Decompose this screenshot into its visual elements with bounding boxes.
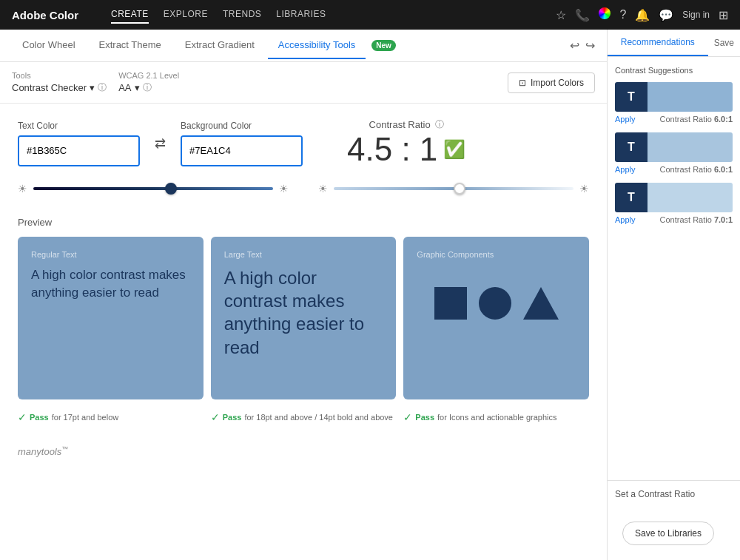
pass-text-graphic: Pass bbox=[415, 413, 434, 422]
large-text-content: A high color contrast makes anything eas… bbox=[224, 266, 383, 359]
color-inputs-area: Text Color ⇄ Background Color bbox=[0, 104, 607, 183]
wcag-help-icon[interactable]: ⓘ bbox=[143, 81, 152, 94]
sug3-bg-part bbox=[648, 183, 733, 212]
bg-color-label: Background Color bbox=[181, 121, 303, 131]
text-color-slider[interactable] bbox=[33, 187, 273, 190]
shape-triangle-icon bbox=[523, 287, 559, 320]
undo-button[interactable]: ↩ bbox=[570, 38, 579, 53]
contrast-val-3: 7.0:1 bbox=[714, 215, 733, 224]
graphic-shapes bbox=[417, 266, 576, 340]
text-color-label: Text Color bbox=[18, 121, 140, 131]
pass-text-large: Pass bbox=[223, 413, 242, 422]
recommendations-tab[interactable]: Recommendations bbox=[608, 30, 708, 56]
apply-btn-2[interactable]: Apply bbox=[615, 165, 636, 174]
pass-badge-graphic: ✓ Pass for Icons and actionable graphics bbox=[403, 411, 589, 423]
text-color-input[interactable] bbox=[19, 137, 140, 165]
help-icon[interactable]: ? bbox=[619, 8, 626, 21]
apply-row-3: Apply Contrast Ratio 7.0:1 bbox=[615, 215, 733, 224]
nav-libraries[interactable]: LIBRARIES bbox=[276, 6, 326, 24]
save-to-libraries-button[interactable]: Save to Libraries bbox=[622, 522, 714, 545]
nav-trends[interactable]: TRENDS bbox=[223, 6, 261, 24]
right-panel: Recommendations Save Contrast Suggestion… bbox=[607, 30, 740, 560]
contrast-info-2: Contrast Ratio 6.0:1 bbox=[660, 165, 733, 174]
import-icon: ⊡ bbox=[519, 78, 526, 88]
brightness-low-icon: ☀ bbox=[18, 183, 27, 195]
suggestion-row-1: T bbox=[615, 82, 733, 112]
pass-badge-regular: ✓ Pass for 17pt and below bbox=[18, 411, 204, 423]
text-color-input-wrapper bbox=[18, 135, 140, 166]
redo-button[interactable]: ↪ bbox=[585, 38, 595, 53]
tab-accessibility-tools[interactable]: Accessibility Tools bbox=[268, 32, 366, 59]
star-icon[interactable]: ☆ bbox=[556, 8, 566, 22]
wcag-chevron-icon: ▾ bbox=[135, 82, 140, 93]
suggestion-row-2: T bbox=[615, 132, 733, 162]
main-container: Color Wheel Extract Theme Extract Gradie… bbox=[0, 30, 740, 560]
suggestion-2: T Apply Contrast Ratio 6.0:1 bbox=[615, 132, 733, 174]
apply-btn-3[interactable]: Apply bbox=[615, 215, 636, 224]
color-wheel-icon[interactable] bbox=[599, 7, 610, 22]
contrast-prefix-3: Contrast Ratio bbox=[660, 215, 714, 224]
preview-cards: Regular Text A high color contrast makes… bbox=[18, 237, 589, 399]
pass-check-large: ✓ bbox=[211, 411, 220, 423]
sug3-text-part: T bbox=[615, 183, 648, 212]
watermark-text: manytools bbox=[18, 446, 61, 457]
save-button[interactable]: Save bbox=[708, 30, 740, 55]
notification-icon[interactable]: 🔔 bbox=[635, 8, 650, 22]
panel-header: Recommendations Save bbox=[608, 30, 740, 57]
nav-right-icons: ☆ 📞 ? 🔔 💬 Sign in ⊞ bbox=[556, 7, 728, 22]
large-text-card: Large Text A high color contrast makes a… bbox=[211, 237, 397, 399]
contrast-info-3: Contrast Ratio 7.0:1 bbox=[660, 215, 733, 224]
save-libraries-container: Save to Libraries bbox=[608, 507, 740, 560]
text-color-group: Text Color bbox=[18, 121, 140, 166]
tab-bar: Color Wheel Extract Theme Extract Gradie… bbox=[0, 30, 607, 62]
contrast-label-text: Contrast Ratio bbox=[369, 119, 431, 130]
text-slider-thumb[interactable] bbox=[165, 183, 177, 195]
signin-button[interactable]: Sign in bbox=[682, 10, 710, 20]
sug2-bg-part bbox=[648, 132, 733, 162]
contrast-help-icon[interactable]: ⓘ bbox=[435, 118, 444, 131]
regular-text-type-label: Regular Text bbox=[31, 250, 190, 259]
nav-links: CREATE EXPLORE TRENDS LIBRARIES bbox=[111, 6, 326, 24]
bg-color-input[interactable] bbox=[182, 137, 303, 165]
brightness-high-icon: ☀ bbox=[279, 183, 289, 195]
tools-bar: Tools Contrast Checker ▾ ⓘ WCAG 2.1 Leve… bbox=[0, 62, 607, 104]
bg-color-slider-group: ☀ ☀ bbox=[318, 183, 589, 195]
wcag-select[interactable]: AA ▾ ⓘ bbox=[118, 81, 179, 94]
phone-icon[interactable]: 📞 bbox=[575, 8, 590, 22]
contrast-ratio-value: 4.5 : 1 ✅ bbox=[347, 131, 465, 168]
set-contrast-text[interactable]: Set a Contrast Ratio bbox=[615, 489, 695, 499]
content-area: Color Wheel Extract Theme Extract Gradie… bbox=[0, 30, 607, 560]
tab-extract-theme[interactable]: Extract Theme bbox=[89, 32, 172, 59]
regular-text-card: Regular Text A high color contrast makes… bbox=[18, 237, 204, 399]
tool-selector: Tools Contrast Checker ▾ ⓘ bbox=[12, 71, 107, 94]
suggestion-row-3: T bbox=[615, 183, 733, 212]
tool-help-icon[interactable]: ⓘ bbox=[98, 81, 107, 94]
tab-color-wheel[interactable]: Color Wheel bbox=[12, 32, 86, 59]
shape-circle-icon bbox=[479, 287, 511, 320]
large-text-type-label: Large Text bbox=[224, 250, 383, 259]
regular-text-content: A high color contrast makes anything eas… bbox=[31, 266, 190, 302]
set-contrast-section: Set a Contrast Ratio bbox=[608, 480, 740, 507]
chat-icon[interactable]: 💬 bbox=[659, 8, 673, 22]
swap-colors-icon[interactable]: ⇄ bbox=[155, 135, 166, 152]
apps-icon[interactable]: ⊞ bbox=[719, 8, 728, 22]
pass-check-graphic: ✓ bbox=[403, 411, 412, 423]
apply-row-1: Apply Contrast Ratio 6.0:1 bbox=[615, 115, 733, 124]
wcag-section: WCAG 2.1 Level AA ▾ ⓘ bbox=[118, 71, 179, 94]
contrast-val-2: 6.0:1 bbox=[714, 165, 733, 174]
bg-slider-thumb[interactable] bbox=[454, 183, 465, 195]
sug2-text-part: T bbox=[615, 132, 648, 162]
tool-select-dropdown[interactable]: Contrast Checker ▾ ⓘ bbox=[12, 81, 107, 94]
tab-extract-gradient[interactable]: Extract Gradient bbox=[175, 32, 265, 59]
bg-color-slider[interactable] bbox=[334, 187, 574, 190]
pass-text-regular: Pass bbox=[30, 413, 49, 422]
import-colors-button[interactable]: ⊡ Import Colors bbox=[508, 72, 595, 93]
apply-btn-1[interactable]: Apply bbox=[615, 115, 636, 124]
nav-explore[interactable]: EXPLORE bbox=[164, 6, 208, 24]
nav-create[interactable]: CREATE bbox=[111, 6, 149, 24]
sliders-area: ☀ ☀ ☀ ☀ bbox=[0, 183, 607, 209]
pass-desc-graphic: for Icons and actionable graphics bbox=[437, 413, 556, 422]
sug1-bg-part bbox=[648, 82, 733, 112]
pass-badge-large: ✓ Pass for 18pt and above / 14pt bold an… bbox=[211, 411, 397, 423]
pass-desc-regular: for 17pt and below bbox=[52, 413, 119, 422]
